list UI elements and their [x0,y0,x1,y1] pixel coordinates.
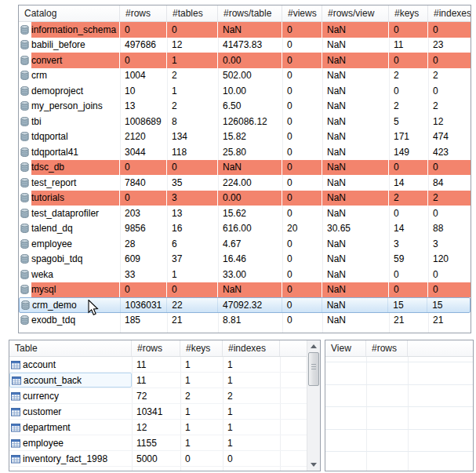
catalog-row-talend_dq[interactable]: talend_dq985616616.002030.651488 [19,221,471,237]
column-header--keys[interactable]: #keys [180,340,223,356]
value-cell: NaN [322,236,389,252]
column-header-view[interactable]: View [325,340,366,356]
catalog-row-my_person_joins[interactable]: my_person_joins1326.500NaN22 [19,99,471,115]
column-header--tables[interactable]: #tables [167,5,218,21]
value-cell: 0 [282,83,322,99]
catalog-row-demoproject[interactable]: demoproject10110.000NaN00 [19,83,471,99]
tables-row-account[interactable]: account1111 [9,357,307,373]
value-cell: 35 [167,175,218,191]
column-header-catalog[interactable]: Catalog [19,5,120,21]
catalog-row-crm[interactable]: crm10042502.000NaN22 [19,68,471,84]
name-label: demoproject [31,86,83,96]
table-icon [12,376,21,385]
catalog-row-exodb_tdq[interactable]: exodb_tdq185218.810NaN2121 [19,313,471,329]
value-cell: 1 [180,420,223,435]
name-cell: department [9,420,132,435]
value-cell: 84 [428,175,471,191]
value-cell: 1 [180,373,223,387]
catalog-row-test_dataprofiler[interactable]: test_dataprofiler2031315.620NaN00 [19,206,471,221]
triangle-down-icon [311,463,317,467]
value-cell: NaN [322,160,389,176]
catalog-row-tdsc_db[interactable]: tdsc_db00NaN0NaN00 [19,160,471,176]
database-icon [20,239,29,249]
value-cell: NaN [322,298,389,312]
tables-row-position[interactable]: position1811 [9,467,307,471]
catalog-row-information_schema[interactable]: information_schema00NaN0NaN00 [19,22,471,38]
value-cell: 1 [223,435,280,450]
column-header--rows[interactable]: #rows [120,5,167,21]
name-label: employee [23,438,64,449]
column-header--rows[interactable]: #rows [132,340,180,356]
column-header--keys[interactable]: #keys [389,5,428,21]
value-cell: 5000 [132,451,180,466]
column-header--indexes[interactable]: #indexes [223,340,280,356]
name-label: information_schema [31,24,116,35]
name-cell: babili_before [19,38,120,53]
catalog-row-test_report[interactable]: test_report784035224.000NaN1484 [19,175,471,191]
value-cell: 22 [167,298,218,312]
name-cell: demoproject [19,83,120,99]
column-header--rows[interactable]: #rows [366,340,408,356]
column-header-blank[interactable] [408,340,473,356]
catalog-row-babili_before[interactable]: babili_before4976861241473.830NaN1123 [19,38,471,53]
table-icon [11,391,20,401]
catalog-row-convert[interactable]: convert010.000NaN00 [19,53,471,68]
value-cell: 2 [428,99,471,115]
column-header--rows-table[interactable]: #rows/table [218,5,282,21]
column-header--rows-view[interactable]: #rows/view [322,5,389,21]
name-label: convert [31,55,62,66]
name-cell: account_back [9,373,132,387]
value-cell: 21 [167,313,218,329]
tables-row-account_back[interactable]: account_back1111 [9,373,307,388]
database-icon [20,224,29,233]
tables-row-customer[interactable]: customer1034111 [9,404,307,420]
value-cell: NaN [322,114,389,129]
catalog-row-tdqportal[interactable]: tdqportal212013415.820NaN171474 [19,129,471,145]
tables-row-currency[interactable]: currency7222 [9,388,307,404]
column-header--indexes[interactable]: #indexes [428,5,471,21]
vertical-scrollbar[interactable] [307,340,320,471]
catalog-row-tbi[interactable]: tbi10086898126086.120NaN512 [19,114,471,129]
value-cell: 0 [282,68,322,84]
value-cell: 0 [389,83,428,99]
catalog-row-crm_demo[interactable]: crm_demo10360312247092.320NaN1515 [19,297,471,313]
value-cell: 0 [282,252,322,267]
scroll-thumb[interactable] [308,352,319,386]
value-cell: 0 [428,282,471,298]
value-cell: 0.00 [218,53,282,68]
catalog-row-mysql[interactable]: mysql00NaN0NaN00 [19,282,471,298]
tables-row-inventory_fact_1998[interactable]: inventory_fact_1998500000 [9,451,307,467]
scroll-down-button[interactable] [307,459,320,471]
name-label: test_report [31,177,76,188]
value-cell: 0 [428,83,471,99]
value-cell: 3 [167,191,218,206]
value-cell: NaN [322,267,389,282]
value-cell: 1 [167,53,218,68]
value-cell: 2 [167,68,218,84]
value-cell: 0 [167,22,218,38]
column-header-table[interactable]: Table [9,340,132,356]
value-cell: 0 [282,129,322,145]
database-icon [20,315,29,325]
value-cell: 1 [180,357,223,372]
catalog-row-weka[interactable]: weka33133.000NaN00 [19,267,471,282]
views-table-body [325,357,473,471]
catalog-row-employee[interactable]: employee2864.670NaN33 [19,236,471,252]
value-cell: 2 [167,99,218,115]
scroll-up-button[interactable] [307,340,320,352]
catalog-row-tdqportal41[interactable]: tdqportal41304411825.800NaN149423 [19,144,471,160]
column-header-blank[interactable] [280,340,307,356]
value-cell: 1 [180,404,223,419]
value-cell: NaN [322,99,389,115]
column-header--views[interactable]: #views [282,5,322,21]
catalog-row-tutorials[interactable]: tutorials030.000NaN22 [19,191,471,206]
value-cell: NaN [322,22,389,38]
name-cell: employee [9,435,132,450]
tables-row-department[interactable]: department1211 [9,420,307,435]
value-cell: 3044 [120,144,167,160]
catalog-row-spagobi_tdq[interactable]: spagobi_tdq6093716.460NaN59120 [19,252,471,267]
value-cell: 12 [132,420,180,435]
tables-row-employee[interactable]: employee115511 [9,435,307,451]
name-label: account_back [24,375,82,386]
value-cell: NaN [218,282,282,298]
